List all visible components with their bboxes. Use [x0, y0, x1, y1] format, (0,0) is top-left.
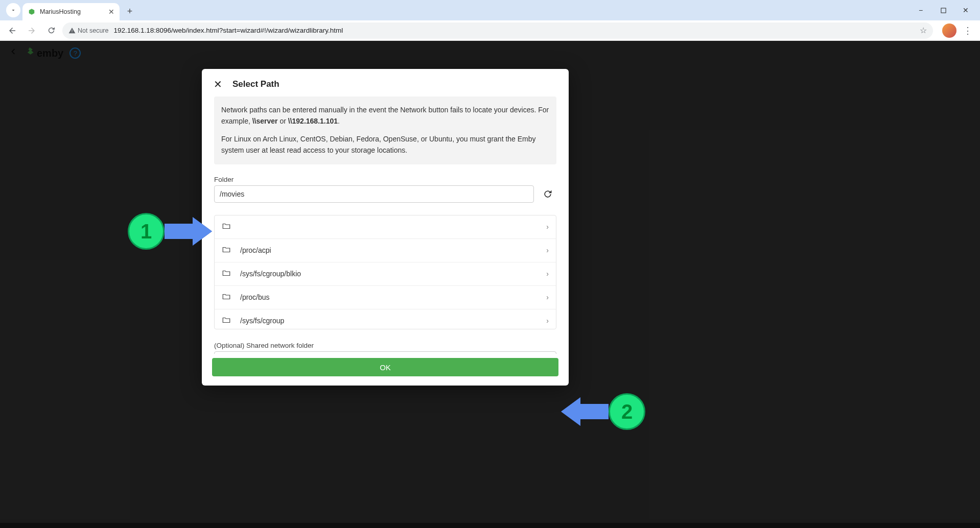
address-bar[interactable]: Not secure 192.168.1.18:8096/web/index.h… — [62, 22, 933, 39]
info-box: Network paths can be entered manually in… — [214, 97, 556, 164]
folder-list[interactable]: › /proc/acpi › /sys/fs/cgroup/blkio › — [214, 215, 556, 329]
dialog-body: Network paths can be entered manually in… — [202, 97, 569, 354]
optional-network-input[interactable] — [214, 351, 556, 354]
arrow-right-icon — [165, 217, 212, 246]
dialog-close-button[interactable]: ✕ — [212, 78, 223, 90]
dialog-footer: OK — [202, 354, 569, 386]
folder-path-text: /sys/fs/cgroup — [240, 317, 537, 325]
chevron-down-icon — [10, 7, 16, 13]
page-viewport: emby ? ✕ Select Path Network paths can b… — [0, 41, 980, 528]
folder-list-item[interactable]: /sys/fs/cgroup › — [215, 309, 556, 329]
folder-list-item[interactable]: /proc/acpi › — [215, 239, 556, 262]
annotation-2: 2 — [561, 393, 645, 430]
folder-field-label: Folder — [214, 176, 556, 183]
tab-title: MariusHosting — [40, 8, 104, 15]
window-close-button[interactable]: ✕ — [954, 3, 977, 18]
warning-icon — [68, 27, 76, 34]
url-text: 192.168.1.18:8096/web/index.html?start=w… — [113, 27, 343, 34]
browser-toolbar: Not secure 192.168.1.18:8096/web/index.h… — [0, 20, 980, 41]
close-tab-icon[interactable]: ✕ — [108, 8, 114, 16]
browser-tab[interactable]: MariusHosting ✕ — [22, 3, 120, 20]
profile-avatar[interactable] — [942, 23, 956, 38]
reload-button[interactable] — [43, 22, 59, 39]
folder-list-item[interactable]: › — [215, 215, 556, 239]
folder-icon — [222, 316, 231, 326]
folder-icon — [222, 269, 231, 279]
chevron-right-icon: › — [546, 293, 549, 301]
browser-tab-strip: MariusHosting ✕ + − ✕ — [0, 0, 980, 20]
favicon-icon — [28, 8, 36, 16]
chevron-right-icon: › — [546, 270, 549, 278]
chevron-right-icon: › — [546, 317, 549, 325]
back-button[interactable] — [4, 22, 20, 39]
folder-icon — [222, 292, 231, 303]
tab-search-dropdown[interactable] — [6, 3, 20, 17]
folder-icon — [222, 245, 231, 256]
annotation-1: 1 — [128, 213, 212, 250]
window-minimize-button[interactable]: − — [909, 3, 932, 18]
dialog-title: Select Path — [232, 79, 279, 89]
refresh-icon — [543, 189, 553, 199]
new-tab-button[interactable]: + — [123, 4, 137, 18]
folder-list-item[interactable]: /sys/fs/cgroup/blkio › — [215, 262, 556, 286]
refresh-folders-button[interactable] — [539, 185, 556, 203]
folder-list-item[interactable]: /proc/bus › — [215, 286, 556, 309]
security-label: Not secure — [78, 27, 108, 34]
annotation-badge-2: 2 — [609, 393, 645, 430]
chevron-right-icon: › — [546, 223, 549, 231]
folder-path-input[interactable] — [214, 185, 534, 203]
folder-path-text: /proc/acpi — [240, 246, 537, 254]
annotation-badge-1: 1 — [128, 213, 165, 250]
folder-path-text: /sys/fs/cgroup/blkio — [240, 270, 537, 278]
chevron-right-icon: › — [546, 246, 549, 254]
security-chip[interactable]: Not secure — [68, 27, 108, 34]
window-maximize-button[interactable] — [932, 3, 954, 18]
bookmark-star-icon[interactable]: ☆ — [920, 26, 927, 35]
browser-menu-button[interactable]: ⋮ — [960, 22, 976, 39]
forward-button[interactable] — [24, 22, 40, 39]
ok-button[interactable]: OK — [212, 358, 558, 376]
arrow-left-icon — [561, 397, 609, 426]
folder-input-row — [214, 185, 556, 203]
window-controls: − ✕ — [909, 0, 977, 20]
info-paragraph-1: Network paths can be entered manually in… — [221, 105, 549, 127]
folder-path-text: /proc/bus — [240, 293, 537, 301]
dialog-header: ✕ Select Path — [202, 69, 569, 97]
select-path-dialog: ✕ Select Path Network paths can be enter… — [202, 69, 569, 386]
svg-rect-0 — [941, 8, 945, 12]
info-paragraph-2: For Linux on Arch Linux, CentOS, Debian,… — [221, 134, 549, 156]
optional-network-label: (Optional) Shared network folder — [214, 342, 556, 349]
folder-icon — [222, 222, 231, 232]
